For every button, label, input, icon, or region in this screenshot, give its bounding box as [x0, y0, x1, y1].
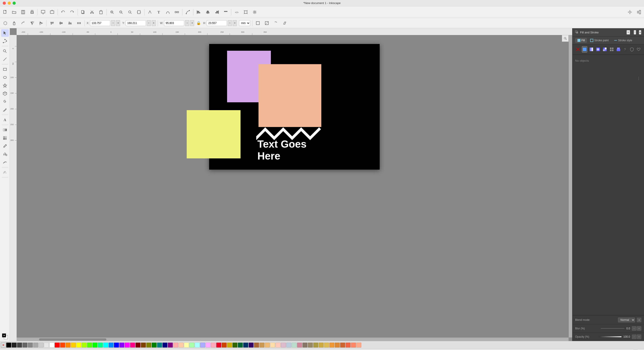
- distribute-btn[interactable]: [75, 19, 83, 27]
- palette-swatch[interactable]: [162, 342, 168, 348]
- palette-swatch[interactable]: [168, 342, 173, 348]
- h-plus-btn[interactable]: +: [233, 20, 237, 26]
- palette-swatch[interactable]: [324, 342, 329, 348]
- lock-wh-icon[interactable]: 🔒: [196, 21, 201, 25]
- palette-swatch[interactable]: [120, 342, 124, 348]
- mesh-tool-btn[interactable]: [1, 134, 9, 142]
- connector-btn[interactable]: [172, 8, 181, 16]
- fill-flat-color-btn[interactable]: [582, 46, 587, 52]
- zoom-tool-btn[interactable]: [1, 47, 9, 55]
- text-tool-left-btn[interactable]: A: [1, 116, 9, 124]
- opacity-plus-btn[interactable]: +: [637, 334, 641, 339]
- fill-linear-gradient-btn[interactable]: [588, 46, 594, 52]
- palette-swatch[interactable]: [330, 342, 334, 348]
- transform-rotate-btn[interactable]: [272, 19, 280, 27]
- palette-swatch[interactable]: [190, 342, 194, 348]
- palette-swatch[interactable]: [98, 342, 103, 348]
- palette-swatch[interactable]: [38, 342, 44, 348]
- fill-pattern-btn[interactable]: [609, 46, 614, 52]
- rect-tool-btn[interactable]: [1, 66, 9, 73]
- copy-button[interactable]: [79, 8, 87, 16]
- palette-swatch[interactable]: [270, 342, 275, 348]
- fill-none-btn[interactable]: [575, 46, 580, 52]
- palette-swatch[interactable]: [33, 342, 38, 348]
- h-scroll-thumb[interactable]: [39, 338, 106, 340]
- align-right-btn[interactable]: [212, 8, 221, 16]
- pencil-tool-btn[interactable]: [1, 106, 9, 114]
- zoom-icon[interactable]: [562, 35, 568, 42]
- palette-swatch[interactable]: [108, 342, 114, 348]
- fill-radial-gradient-btn[interactable]: [595, 46, 601, 52]
- palette-swatch[interactable]: [136, 342, 140, 348]
- palette-swatch[interactable]: [22, 342, 28, 348]
- node-tool-left-btn[interactable]: [1, 37, 9, 45]
- panel-menu[interactable]: ⋮: [636, 76, 641, 80]
- zoom-select-button[interactable]: [126, 8, 134, 16]
- palette-swatch[interactable]: [28, 342, 33, 348]
- blur-plus-btn[interactable]: +: [637, 326, 641, 331]
- opacity-slider[interactable]: [599, 336, 621, 337]
- smear-tool-btn[interactable]: [1, 158, 9, 166]
- palette-swatch[interactable]: [103, 342, 108, 348]
- palette-swatch[interactable]: [351, 342, 356, 348]
- h-input[interactable]: [207, 20, 227, 26]
- panel-close-btn[interactable]: ✕: [626, 30, 630, 34]
- palette-swatch[interactable]: [178, 342, 184, 348]
- spray-tool-btn[interactable]: [1, 168, 9, 176]
- palette-swatch[interactable]: [82, 342, 86, 348]
- h-minus-btn[interactable]: −: [228, 20, 232, 26]
- xml-editor-btn[interactable]: </>: [232, 8, 241, 16]
- redo-button[interactable]: [68, 8, 76, 16]
- tab-stroke-paint[interactable]: Stroke paint: [588, 38, 611, 43]
- palette-swatch[interactable]: [211, 342, 216, 348]
- palette-swatch[interactable]: [114, 342, 119, 348]
- y-plus-btn[interactable]: +: [152, 20, 156, 26]
- palette-swatch[interactable]: [260, 342, 264, 348]
- palette-swatch[interactable]: [49, 342, 54, 348]
- align-middle-btn[interactable]: [57, 19, 65, 27]
- palette-swatch[interactable]: [141, 342, 146, 348]
- paint-bucket-btn[interactable]: [1, 150, 9, 158]
- color-indicator[interactable]: ✕: [2, 334, 8, 339]
- palette-swatch[interactable]: [76, 342, 81, 348]
- palette-swatch[interactable]: [17, 342, 22, 348]
- w-plus-btn[interactable]: +: [190, 20, 194, 26]
- tab-stroke-style[interactable]: Stroke style: [612, 38, 634, 43]
- palette-swatch[interactable]: [92, 342, 98, 348]
- snap-toggle-btn[interactable]: [626, 8, 634, 16]
- bezier-tool-btn[interactable]: [164, 8, 172, 16]
- fill-swatch-btn[interactable]: [616, 46, 621, 52]
- y-minus-btn[interactable]: −: [147, 20, 151, 26]
- lock-aspect-btn[interactable]: [10, 19, 18, 27]
- close-button[interactable]: [3, 2, 6, 5]
- v-scrollbar[interactable]: [568, 35, 572, 338]
- align-distribute-btn[interactable]: [222, 8, 230, 16]
- open-button[interactable]: [10, 8, 18, 16]
- palette-swatch[interactable]: [184, 342, 189, 348]
- text-tool-main-btn[interactable]: T: [154, 8, 163, 16]
- palette-swatch[interactable]: [125, 342, 130, 348]
- h-scrollbar[interactable]: [16, 338, 568, 341]
- minimize-button[interactable]: [8, 2, 11, 5]
- star-tool-btn[interactable]: [1, 82, 9, 89]
- x-plus-btn[interactable]: +: [116, 20, 120, 26]
- blend-mode-select[interactable]: Normal Multiply Screen Overlay: [618, 318, 635, 322]
- panel-expand-btn[interactable]: T: [634, 30, 636, 34]
- node-tool-btn[interactable]: [146, 8, 154, 16]
- y-input[interactable]: [126, 20, 146, 26]
- palette-swatch[interactable]: [55, 342, 60, 348]
- panel-toggle-btn[interactable]: [634, 8, 643, 16]
- palette-swatch[interactable]: [243, 342, 248, 348]
- dropper-tool-btn[interactable]: [1, 142, 9, 150]
- palette-swatch[interactable]: [222, 342, 227, 348]
- fill-shield-btn[interactable]: [629, 46, 634, 52]
- align-bottom-btn[interactable]: [66, 19, 74, 27]
- palette-swatch[interactable]: [238, 342, 243, 348]
- palette-swatch[interactable]: [281, 342, 286, 348]
- palette-swatch[interactable]: [60, 342, 65, 348]
- cut-button[interactable]: [88, 8, 96, 16]
- three-dots-icon[interactable]: ⋮: [636, 76, 641, 81]
- transform-scale-btn[interactable]: [262, 19, 271, 27]
- undo-button[interactable]: [59, 8, 67, 16]
- align-top-btn[interactable]: [48, 19, 56, 27]
